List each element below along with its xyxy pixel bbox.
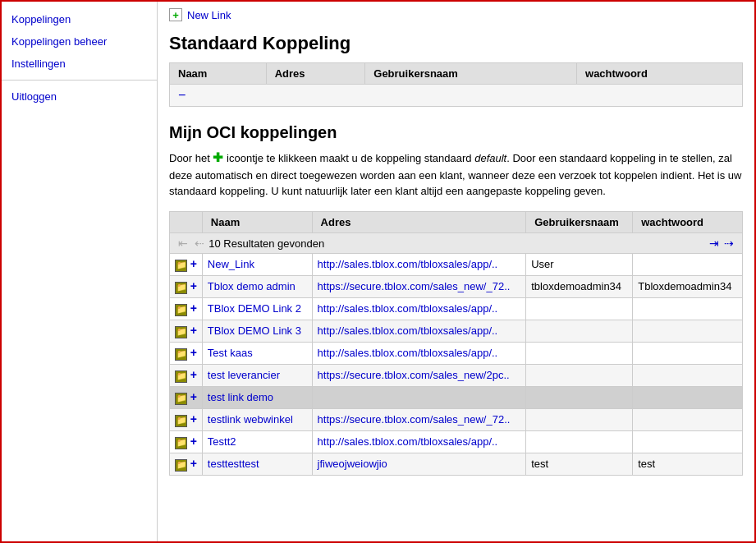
row-username-cell [526,320,633,342]
std-table-header-row: Naam Adres Gebruikersnaam wachtwoord [170,63,743,85]
oci-col-naam: Naam [202,211,312,232]
row-address-link[interactable]: https://secure.tblox.com/sales_new/_72.. [318,280,511,292]
row-name-cell: TBlox DEMO Link 2 [202,297,312,320]
row-address-link[interactable]: http://sales.tblox.com/tbloxsales/app/.. [318,435,498,448]
edit-icon[interactable]: 📁 [175,348,187,361]
row-icons-cell: 📁 + [170,408,203,430]
edit-icon[interactable]: 📁 [175,437,187,449]
oci-nav-row: ⇤ ⇠ 10 Resultaten gevonden ⇢ ⇥ [170,232,743,253]
row-password-cell: test [633,453,743,475]
oci-table-row: 📁 +test link demo [170,386,743,408]
std-minus-button[interactable]: − [178,88,186,102]
row-icons-cell: 📁 + [170,275,203,297]
plus-row-button[interactable]: + [190,301,197,315]
std-koppeling-title: Standaard Koppeling [169,33,743,54]
row-password-cell [633,253,743,275]
row-username-cell [526,342,633,364]
row-name-link[interactable]: testlink webwinkel [208,413,293,426]
row-address-cell: https://secure.tblox.com/sales_new/_72.. [312,408,526,430]
row-icons-cell: 📁 + [170,364,203,386]
row-name-cell: testtesttest [202,453,312,475]
row-username-cell [526,386,633,408]
row-password-cell: Tbloxdemoadmin34 [633,275,743,297]
std-col-wachtwoord: wachtwoord [577,63,743,85]
std-koppeling-section: Standaard Koppeling Naam Adres Gebruiker… [169,33,743,107]
oci-title: Mijn OCI koppelingen [169,123,743,142]
row-name-cell: test leverancier [202,364,312,386]
new-link-button[interactable]: New Link [187,9,231,21]
oci-table-row: 📁 +TBlox DEMO Link 2http://sales.tblox.c… [170,297,743,320]
main-content: New Link Standaard Koppeling Naam Adres … [158,2,754,541]
row-address-cell: http://sales.tblox.com/tbloxsales/app/.. [312,297,526,320]
row-address-link[interactable]: http://sales.tblox.com/tbloxsales/app/.. [318,347,498,359]
row-address-link[interactable]: jfiweojweiowjio [318,458,387,470]
row-address-cell: http://sales.tblox.com/tbloxsales/app/.. [312,342,526,364]
row-name-cell: Testt2 [202,430,312,453]
plus-row-button[interactable]: + [190,324,197,337]
plus-row-button[interactable]: + [190,435,197,448]
row-icons-cell: 📁 + [170,386,203,408]
sidebar-item-koppelingen-beheer[interactable]: Koppelingen beheer [2,30,157,53]
nav-results-text: 10 Resultaten gevonden [208,237,324,250]
nav-first-button[interactable]: ⇤ [178,237,188,250]
row-password-cell [633,430,743,453]
row-name-link[interactable]: Tblox demo admin [208,280,296,292]
std-col-adres: Adres [266,63,365,85]
edit-icon[interactable]: 📁 [175,393,187,405]
sidebar-item-instellingen[interactable]: Instellingen [2,53,157,75]
oci-col-icons-header [170,211,203,232]
std-minus-cell: − [170,85,743,107]
row-address-link[interactable]: https://secure.tblox.com/sales_new/_72.. [318,413,511,426]
row-name-link[interactable]: test leverancier [208,369,280,381]
edit-icon[interactable]: 📁 [175,304,187,316]
row-icons-cell: 📁 + [170,297,203,320]
std-koppeling-table: Naam Adres Gebruikersnaam wachtwoord − [169,62,743,107]
oci-table-row: 📁 +Testt2http://sales.tblox.com/tbloxsal… [170,430,743,453]
row-name-link[interactable]: Test kaas [208,347,253,359]
row-address-link[interactable]: http://sales.tblox.com/tbloxsales/app/.. [318,258,498,270]
nav-next-button[interactable]: ⇢ [724,237,734,250]
edit-icon[interactable]: 📁 [175,415,187,427]
plus-row-button[interactable]: + [190,257,197,270]
oci-description: Door het ✚ icoontje te klikkeen maakt u … [169,149,743,200]
std-col-naam: Naam [170,63,267,85]
edit-icon[interactable]: 📁 [175,370,187,383]
edit-icon[interactable]: 📁 [175,459,187,472]
plus-row-button[interactable]: + [190,368,197,381]
row-password-cell [633,386,743,408]
edit-icon[interactable]: 📁 [175,282,187,294]
row-username-cell [526,364,633,386]
nav-last-button[interactable]: ⇥ [709,237,719,250]
sidebar-item-uitloggen[interactable]: Uitloggen [2,85,157,108]
oci-section: Mijn OCI koppelingen Door het ✚ icoontje… [169,123,743,476]
row-address-link[interactable]: http://sales.tblox.com/tbloxsales/app/.. [318,324,498,337]
row-icons-cell: 📁 + [170,342,203,364]
row-icons-cell: 📁 + [170,253,203,275]
row-address-cell: https://secure.tblox.com/sales_new/_72.. [312,275,526,297]
oci-table: Naam Adres Gebruikersnaam wachtwoord ⇤ ⇠… [169,211,743,476]
row-name-link[interactable]: test link demo [208,391,273,403]
row-name-link[interactable]: testtesttest [208,458,259,470]
plus-row-button[interactable]: + [190,412,197,426]
oci-plus-icon-desc: ✚ [213,150,223,164]
row-name-link[interactable]: New_Link [208,258,254,270]
row-name-link[interactable]: TBlox DEMO Link 2 [208,302,301,315]
plus-row-button[interactable]: + [190,279,197,292]
row-name-cell: Tblox demo admin [202,275,312,297]
plus-row-button[interactable]: + [190,457,197,470]
oci-table-row: 📁 +testlink webwinkelhttps://secure.tblo… [170,408,743,430]
edit-icon[interactable]: 📁 [175,260,187,272]
std-col-gebruikersnaam: Gebruikersnaam [365,63,577,85]
row-name-cell: Test kaas [202,342,312,364]
row-name-link[interactable]: Testt2 [208,435,236,448]
row-username-cell: tbloxdemoadmin34 [526,275,633,297]
row-address-link[interactable]: http://sales.tblox.com/tbloxsales/app/.. [318,302,498,315]
plus-row-button[interactable]: + [190,390,197,403]
nav-prev-button[interactable]: ⇠ [195,237,204,250]
row-name-link[interactable]: TBlox DEMO Link 3 [208,324,301,337]
row-address-cell: jfiweojweiowjio [312,453,526,475]
sidebar-item-koppelingen[interactable]: Koppelingen [2,8,157,30]
row-address-link[interactable]: https://secure.tblox.com/sales_new/2pc.. [318,369,510,381]
plus-row-button[interactable]: + [190,346,197,359]
edit-icon[interactable]: 📁 [175,326,187,338]
